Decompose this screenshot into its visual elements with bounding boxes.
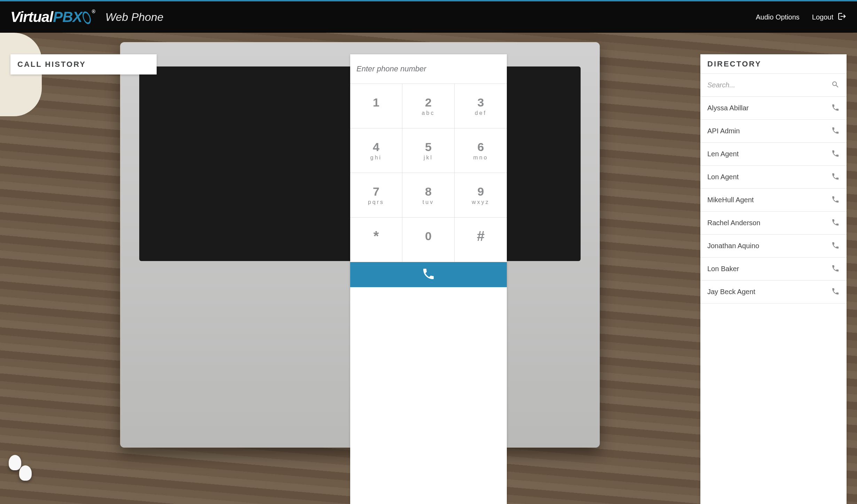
call-history-title: CALL HISTORY [17,60,86,69]
key-3[interactable]: 3 def [455,84,507,128]
call-button[interactable] [350,262,507,287]
call-history-panel[interactable]: CALL HISTORY [10,54,157,74]
directory-header: DIRECTORY [700,54,847,74]
logo-ring-icon [81,10,92,25]
main-stage: CALL HISTORY Enter phone number 1 2 abc … [0,33,857,504]
app-subtitle: Web Phone [105,11,164,24]
directory-item[interactable]: Jay Beck Agent [700,281,847,304]
key-digit: # [477,228,485,244]
key-4[interactable]: 4 ghi [350,128,402,173]
phone-icon[interactable] [831,264,840,274]
contact-name: Len Agent [707,150,828,158]
contact-name: Lon Baker [707,265,828,273]
key-star[interactable]: * [350,218,402,262]
key-letters: pqrs [368,199,384,205]
directory-search [700,74,847,97]
phone-icon[interactable] [831,103,840,113]
contact-name: MikeHull Agent [707,196,828,204]
key-digit: * [374,228,379,244]
phone-icon[interactable] [831,287,840,297]
logout-icon [838,12,847,23]
key-5[interactable]: 5 jkl [402,128,455,173]
contact-name: API Admin [707,127,828,135]
directory-item[interactable]: Lon Baker [700,258,847,281]
phone-icon[interactable] [831,218,840,228]
key-hash[interactable]: # [455,218,507,262]
key-letters: tuv [423,199,434,205]
key-digit: 1 [373,96,379,109]
logo-virtual-text: Virtual [10,9,53,25]
directory-item[interactable]: Len Agent [700,143,847,166]
key-0[interactable]: 0 [402,218,455,262]
contact-name: Lon Agent [707,173,828,181]
app-header: VirtualPBX ® Web Phone Audio Options Log… [0,1,857,33]
key-9[interactable]: 9 wxyz [455,173,507,218]
key-8[interactable]: 8 tuv [402,173,455,218]
logout-link[interactable]: Logout [812,12,847,23]
key-letters: def [475,110,487,116]
key-2[interactable]: 2 abc [402,84,455,128]
phone-icon[interactable] [831,172,840,182]
directory-title: DIRECTORY [707,60,761,69]
phone-icon[interactable] [831,149,840,159]
logo-wordmark: VirtualPBX ® [10,9,96,25]
phone-number-input[interactable]: Enter phone number [350,54,507,84]
key-6[interactable]: 6 mno [455,128,507,173]
directory-panel: DIRECTORY Alyssa Abillar API Admin Le [700,54,847,504]
search-input[interactable] [707,81,831,89]
key-7[interactable]: 7 pqrs [350,173,402,218]
directory-item[interactable]: MikeHull Agent [700,189,847,212]
phone-icon[interactable] [831,241,840,251]
directory-item[interactable]: Lon Agent [700,166,847,189]
key-digit: 4 [373,140,379,154]
key-digit: 3 [478,96,484,109]
key-letters: abc [422,110,435,116]
phone-icon[interactable] [831,126,840,136]
key-digit: 2 [425,96,432,109]
key-letters: jkl [424,155,433,161]
directory-item[interactable]: Rachel Anderson [700,212,847,235]
search-icon[interactable] [831,80,840,90]
registered-mark: ® [92,9,95,14]
key-letters: ghi [370,155,382,161]
dial-keypad: 1 2 abc 3 def 4 ghi 5 jkl [350,84,507,262]
contact-name: Jay Beck Agent [707,288,828,296]
logo-pbx-text: PBX [53,9,82,25]
key-letters: wxyz [472,199,490,205]
logout-label: Logout [812,13,833,21]
key-digit: 0 [425,229,432,243]
key-digit: 9 [478,185,484,198]
key-digit: 8 [425,185,432,198]
key-digit: 6 [478,140,484,154]
key-digit: 5 [425,140,432,154]
phone-icon [422,267,435,282]
phone-number-placeholder: Enter phone number [356,64,426,73]
audio-options-link[interactable]: Audio Options [756,13,800,21]
directory-list[interactable]: Alyssa Abillar API Admin Len Agent Lon A… [700,97,847,504]
contact-name: Alyssa Abillar [707,104,828,112]
key-digit: 7 [373,185,379,198]
directory-item[interactable]: Alyssa Abillar [700,97,847,120]
key-letters: mno [473,155,488,161]
key-1[interactable]: 1 [350,84,402,128]
audio-options-label: Audio Options [756,13,800,21]
phone-icon[interactable] [831,195,840,205]
dialer-panel: Enter phone number 1 2 abc 3 def 4 ghi [350,54,507,504]
directory-item[interactable]: Jonathan Aquino [700,235,847,258]
contact-name: Jonathan Aquino [707,242,828,250]
contact-name: Rachel Anderson [707,219,828,227]
directory-item[interactable]: API Admin [700,120,847,143]
brand-logo: VirtualPBX ® Web Phone [10,9,163,25]
panels-row: CALL HISTORY Enter phone number 1 2 abc … [0,54,857,504]
